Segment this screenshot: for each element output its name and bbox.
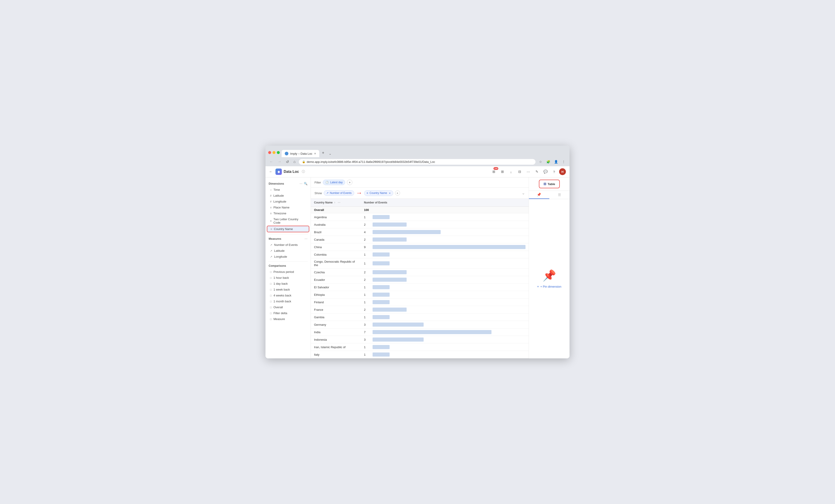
longitude-icon: # [270, 200, 271, 203]
sidebar-item-country-name[interactable]: ≡ Country Name [267, 226, 309, 232]
close-button[interactable] [268, 151, 271, 154]
show-chip-num-events[interactable]: ↗ Number of Events [324, 190, 354, 196]
sidebar-item-filter-delta[interactable]: □ Filter delta [267, 310, 309, 316]
sidebar-item-hour-back-label: 1 hour back [273, 276, 289, 279]
sidebar-item-num-events[interactable]: ↗ Number of Events [267, 242, 309, 248]
bar-value: 1 [364, 293, 371, 296]
filter-add-button[interactable]: + [347, 180, 352, 185]
sidebar-item-day-back[interactable]: □ 1 day back [267, 281, 309, 287]
sidebar-item-hour-back[interactable]: □ 1 hour back [267, 275, 309, 280]
edit-button[interactable]: ✎ [533, 168, 541, 175]
show-chip2-remove[interactable]: × [389, 191, 391, 195]
bar-fill [372, 261, 390, 266]
notifications-button[interactable]: ⊞ [490, 168, 497, 175]
sidebar-divider-1 [268, 234, 308, 234]
cell-num-events: 2 [361, 306, 529, 313]
day-back-icon: □ [270, 282, 271, 285]
sidebar-item-overall[interactable]: □ Overall [267, 304, 309, 310]
browser-menu-button[interactable]: ⋮ [561, 159, 567, 165]
sidebar-item-lat-measure[interactable]: ↗ Latitude [267, 248, 309, 254]
col-country-name-header[interactable]: Country Name ↑ ⋯ [311, 199, 361, 207]
sidebar-item-latitude[interactable]: # Latitude [267, 193, 309, 198]
time-icon: ○ [270, 188, 271, 191]
sidebar-item-longitude-label: Longitude [273, 200, 286, 203]
show-chip1-text: Number of Events [330, 191, 352, 195]
user-avatar[interactable]: H [559, 168, 566, 175]
grid-view-button[interactable]: ⊞ [499, 168, 506, 175]
sidebar-item-lng-measure[interactable]: ↗ Longitude [267, 254, 309, 259]
pin-dimension-button[interactable]: + + Pin dimension [537, 285, 562, 288]
comparisons-section-header: Comparisons [265, 263, 311, 269]
download-button[interactable]: ↓ [507, 168, 515, 175]
data-table-container: Country Name ↑ ⋯ Number of Events [311, 199, 529, 358]
address-input-field[interactable]: 🔒 demo.app.imply.io/eefc0886-b95e-4f04-a… [299, 159, 535, 165]
tab-menu-button[interactable]: ⌄ [327, 150, 333, 157]
right-panel-tab-pin[interactable]: 📌 [529, 191, 549, 199]
settings-button[interactable]: ⊟ [516, 168, 523, 175]
sidebar-item-measure-label: Measure [273, 317, 285, 321]
maximize-button[interactable] [277, 151, 280, 154]
help-button[interactable]: ? [550, 168, 558, 175]
sidebar-item-two-letter[interactable]: ≡ Two Letter Country Code [267, 216, 309, 226]
num-events-icon: ↗ [270, 244, 272, 247]
bar-value: 1 [364, 215, 371, 219]
new-tab-button[interactable]: + [320, 149, 327, 157]
dimensions-title: Dimensions [269, 182, 284, 185]
sidebar-item-week-back[interactable]: □ 1 week back [267, 287, 309, 292]
bar-fill [372, 278, 407, 282]
bar-fill [372, 293, 390, 297]
bar-fill [372, 300, 390, 304]
col-num-events-header[interactable]: Number of Events [361, 199, 529, 207]
cell-num-events: 4 [361, 228, 529, 236]
more-actions-button[interactable]: ⋯ [525, 168, 532, 175]
nav-back-button[interactable]: ← [268, 159, 274, 164]
profile-button[interactable]: 👤 [553, 159, 559, 165]
show-chip-country-name[interactable]: ≡ Country Name × [364, 190, 393, 196]
sort-ascending-icon[interactable]: ↑ [334, 201, 335, 204]
sidebar-item-prev-period[interactable]: □ Previous period [267, 269, 309, 275]
place-name-icon: ≡ [270, 206, 271, 209]
tab-close-btn[interactable]: × [314, 152, 316, 155]
comment-button[interactable]: 💬 [542, 168, 549, 175]
nav-home-button[interactable]: ⌂ [292, 159, 297, 164]
bookmark-button[interactable]: ☆ [537, 159, 544, 165]
sidebar-item-4weeks-back[interactable]: □ 4 weeks back [267, 293, 309, 298]
sidebar-item-time[interactable]: ○ Time [267, 187, 309, 193]
table-btn-label: Table [548, 182, 555, 186]
measures-actions: ⋯ [305, 237, 307, 240]
filter-chip-latest-day[interactable]: 🕐 Latest day [323, 180, 345, 185]
sidebar-item-place-name[interactable]: ≡ Place Name [267, 205, 309, 210]
sidebar-item-two-letter-label: Two Letter Country Code [273, 217, 306, 224]
cell-country-name: Ethiopia [311, 291, 361, 298]
right-panel-body: 📌 + + Pin dimension [529, 199, 570, 358]
table-view-button[interactable]: ⊞ Table [539, 180, 560, 188]
app-title: Data Loc [284, 170, 299, 174]
sidebar-item-longitude[interactable]: # Longitude [267, 199, 309, 204]
timezone-icon: ≡ [270, 212, 271, 215]
minimize-button[interactable] [272, 151, 276, 154]
sidebar-item-timezone[interactable]: ≡ Timezone [267, 210, 309, 216]
sidebar-item-month-back[interactable]: □ 1 month back [267, 298, 309, 304]
app-back-button[interactable]: ← [269, 170, 273, 174]
comparisons-title: Comparisons [269, 264, 286, 268]
latitude-icon: # [270, 194, 271, 197]
tab-title: Imply – Data Loc [290, 152, 312, 155]
app-info-button[interactable]: ⓘ [302, 170, 305, 174]
right-panel-tab-list[interactable]: ☰ [549, 191, 570, 199]
nav-reload-button[interactable]: ↺ [285, 159, 290, 165]
show-add-button[interactable]: + [395, 191, 400, 195]
dimensions-menu-icon[interactable]: ⋯ [300, 182, 303, 185]
dimensions-section-header: Dimensions ⋯ 🔍 [265, 181, 311, 187]
show-bar-expand-button[interactable]: ⌄ [522, 191, 525, 195]
col1-more-icon[interactable]: ⋯ [338, 201, 340, 204]
sidebar-item-measure[interactable]: □ Measure [267, 316, 309, 322]
measures-menu-icon[interactable]: ⋯ [305, 237, 307, 240]
browser-tab[interactable]: Imply – Data Loc × [282, 150, 319, 157]
bar-fill [372, 315, 390, 319]
bar-value: 1 [364, 253, 371, 256]
cell-country-name: Finland [311, 298, 361, 306]
cell-country-name: India [311, 329, 361, 336]
dimensions-search-icon[interactable]: 🔍 [304, 182, 307, 185]
extensions-button[interactable]: 🧩 [545, 159, 551, 165]
nav-forward-button[interactable]: → [277, 159, 283, 164]
